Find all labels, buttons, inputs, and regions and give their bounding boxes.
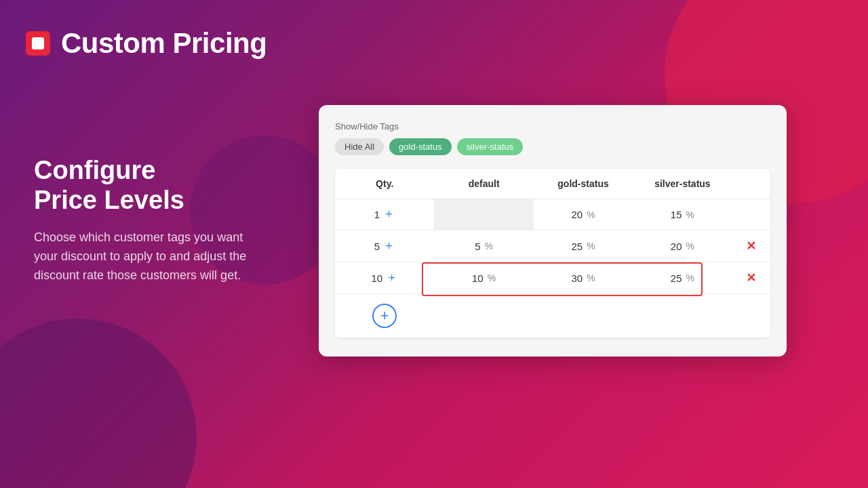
default-percent: % [488, 272, 496, 283]
silver-percent: % [686, 272, 694, 283]
gold-value: 30 [571, 272, 583, 284]
silver-value: 25 [671, 272, 682, 284]
default-percent: % [485, 241, 493, 251]
gold-status-tag[interactable]: gold-status [389, 138, 452, 155]
col-header-qty: Qty. [335, 169, 434, 199]
silver-value-cell: 25 % [671, 272, 694, 284]
col-header-default: default [434, 169, 533, 199]
qty-plus-button[interactable]: + [382, 239, 395, 253]
app-title: Custom Pricing [61, 27, 267, 60]
app-icon [26, 31, 50, 56]
app-header: Custom Pricing [26, 27, 267, 60]
silver-value-cell: 20 % [671, 241, 694, 252]
delete-row-button[interactable]: ✕ [743, 239, 759, 253]
gold-percent: % [587, 209, 595, 220]
qty-value: 5 [374, 241, 380, 252]
left-title-line2: Price Levels [34, 186, 184, 214]
gold-value-cell: 30 % [571, 272, 595, 284]
qty-plus-button[interactable]: + [385, 271, 398, 285]
table-row: 1 + 20 % 15 % [335, 199, 770, 230]
qty-value: 1 [374, 209, 380, 220]
silver-percent: % [686, 209, 694, 220]
delete-row-button[interactable]: ✕ [743, 270, 759, 285]
silver-value-cell: 15 % [671, 209, 694, 220]
gold-value-cell: 20 % [571, 209, 595, 220]
col-header-gold: gold-status [534, 169, 633, 199]
qty-value: 10 [372, 272, 383, 284]
table-container: Qty. default gold-status silver-status 1… [335, 169, 770, 338]
col-header-delete [732, 169, 770, 199]
silver-status-tag[interactable]: silver-status [457, 138, 523, 155]
silver-value: 20 [671, 241, 682, 252]
left-description: Choose which customer tags you want your… [34, 228, 251, 285]
gold-value: 25 [571, 241, 583, 252]
main-panel: Show/Hide Tags Hide All gold-status silv… [319, 105, 787, 357]
left-title: Configure Price Levels [34, 156, 251, 215]
tags-label: Show/Hide Tags [335, 121, 770, 131]
silver-value: 15 [671, 209, 682, 220]
app-icon-inner [32, 37, 44, 49]
add-row-button[interactable]: + [372, 304, 397, 328]
default-value-cell [434, 199, 533, 230]
bg-decoration-bottom [0, 319, 197, 488]
tags-row: Hide All gold-status silver-status [335, 138, 770, 155]
col-header-silver: silver-status [633, 169, 732, 199]
qty-plus-button[interactable]: + [382, 207, 395, 222]
gold-percent: % [587, 272, 595, 283]
default-value-cell: 10 % [472, 272, 496, 284]
table-row-highlighted: 10 + 10 % 30 % [335, 262, 770, 294]
default-value: 10 [472, 272, 484, 284]
left-title-line1: Configure [34, 156, 155, 184]
gold-value-cell: 25 % [571, 241, 595, 252]
silver-percent: % [686, 241, 694, 251]
gold-value: 20 [571, 209, 583, 220]
add-row: + [335, 294, 770, 338]
pricing-table: Qty. default gold-status silver-status 1… [335, 169, 770, 338]
hide-all-button[interactable]: Hide All [335, 138, 384, 155]
default-value-cell: 5 % [475, 241, 493, 252]
table-row: 5 + 5 % 25 % [335, 230, 770, 262]
table-header-row: Qty. default gold-status silver-status [335, 169, 770, 199]
left-panel: Configure Price Levels Choose which cust… [34, 156, 251, 285]
gold-percent: % [587, 241, 595, 251]
default-value: 5 [475, 241, 480, 252]
